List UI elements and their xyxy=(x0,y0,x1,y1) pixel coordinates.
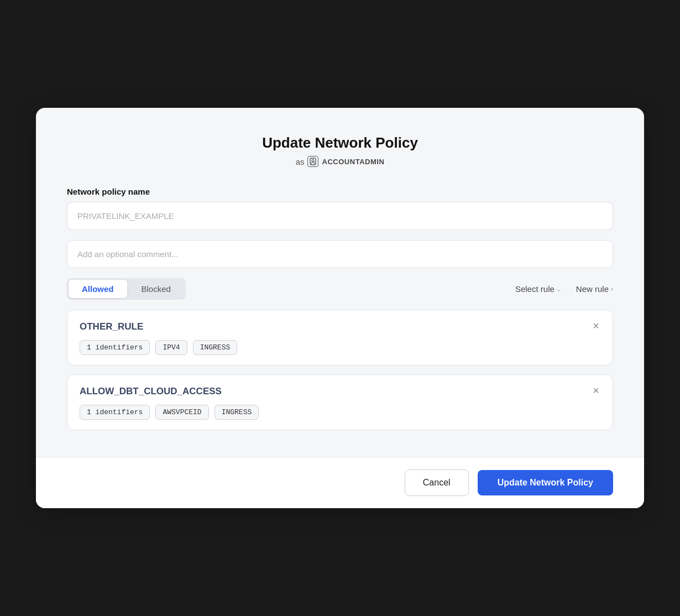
role-icon xyxy=(307,156,318,167)
policy-name-input[interactable] xyxy=(67,202,613,230)
modal-subtitle: as ACCOUNTADMIN xyxy=(67,156,613,167)
rule-card: ALLOW_DBT_CLOUD_ACCESS1 identifiersAWSVP… xyxy=(67,374,613,430)
cancel-button[interactable]: Cancel xyxy=(405,469,469,496)
rule-card: OTHER_RULE1 identifiersIPV4INGRESS× xyxy=(67,310,613,366)
tab-group: Allowed Blocked xyxy=(67,278,186,300)
svg-point-1 xyxy=(312,160,314,162)
tabs-row: Allowed Blocked Select rule ⌵ New rule › xyxy=(67,278,613,300)
rule-tag: IPV4 xyxy=(155,340,187,355)
new-rule-link[interactable]: New rule › xyxy=(576,284,613,294)
rule-tag: 1 identifiers xyxy=(80,405,150,420)
chevron-down-icon: ⌵ xyxy=(557,285,561,293)
rule-tags-row: 1 identifiersAWSVPCEIDINGRESS xyxy=(80,405,600,420)
modal-title: Update Network Policy xyxy=(67,134,613,152)
modal-container: Update Network Policy as ACCOUNTADMIN Ne… xyxy=(36,108,644,508)
rule-tag: 1 identifiers xyxy=(80,340,150,355)
rule-tag: INGRESS xyxy=(215,405,259,420)
modal-body: Update Network Policy as ACCOUNTADMIN Ne… xyxy=(36,108,644,457)
subtitle-prefix: as xyxy=(296,157,305,166)
tab-allowed[interactable]: Allowed xyxy=(69,280,127,298)
modal-footer: Cancel Update Network Policy xyxy=(36,457,644,508)
role-name: ACCOUNTADMIN xyxy=(322,158,384,166)
rule-tag: AWSVPCEID xyxy=(155,405,208,420)
tab-actions: Select rule ⌵ New rule › xyxy=(515,284,613,294)
select-rule-link[interactable]: Select rule ⌵ xyxy=(515,284,561,294)
rule-close-button[interactable]: × xyxy=(589,319,603,332)
policy-name-label: Network policy name xyxy=(67,187,613,196)
rule-card-title: ALLOW_DBT_CLOUD_ACCESS xyxy=(80,386,600,397)
tab-blocked[interactable]: Blocked xyxy=(128,280,184,298)
rules-container: OTHER_RULE1 identifiersIPV4INGRESS×ALLOW… xyxy=(67,310,613,430)
chevron-right-icon: › xyxy=(611,285,613,293)
rule-card-title: OTHER_RULE xyxy=(80,321,600,332)
rule-close-button[interactable]: × xyxy=(589,384,603,397)
rule-tag: INGRESS xyxy=(193,340,238,355)
update-policy-button[interactable]: Update Network Policy xyxy=(478,470,613,495)
comment-input[interactable] xyxy=(67,240,613,268)
rule-tags-row: 1 identifiersIPV4INGRESS xyxy=(80,340,600,355)
